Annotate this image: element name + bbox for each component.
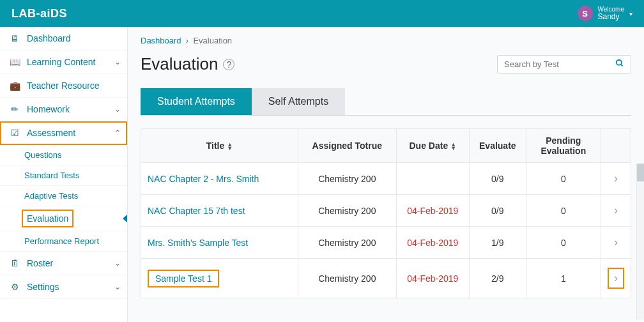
sidebar-item-standard-tests[interactable]: Standard Tests — [0, 165, 127, 186]
chevron-down-icon: ⌄ — [114, 57, 121, 66]
sidebar-item-dashboard[interactable]: 🖥 Dashboard — [0, 27, 127, 50]
username: Sandy — [598, 13, 625, 21]
tab-student-attempts[interactable]: Student Attempts — [141, 88, 252, 115]
gear-icon: ⚙ — [9, 282, 20, 292]
main-content: Dashboard › Evaluation Evaluation ? Stud… — [128, 27, 644, 322]
sidebar-item-assessment[interactable]: ☑ Assessment ⌃ — [0, 121, 127, 145]
evaluation-table: Title▲▼ Assigned Totrue Due Date▲▼ Evalu… — [141, 128, 631, 298]
table-row: Sample Test 1 Chemistry 200 04-Feb-2019 … — [141, 259, 631, 298]
search-box[interactable] — [497, 55, 631, 73]
book-icon: 📖 — [9, 57, 20, 67]
test-link[interactable]: NAC Chapter 2 - Mrs. Smith — [148, 174, 259, 184]
chevron-up-icon: ⌃ — [114, 128, 121, 137]
test-link[interactable]: NAC Chapter 15 7th test — [148, 206, 245, 216]
col-evaluate: Evaluate — [469, 129, 526, 163]
chevron-down-icon: ⌄ — [114, 105, 121, 114]
table-row: NAC Chapter 15 7th test Chemistry 200 04… — [141, 195, 631, 227]
briefcase-icon: 💼 — [9, 80, 20, 91]
tabs: Student Attempts Self Attempts — [141, 88, 631, 116]
breadcrumb: Dashboard › Evaluation — [141, 36, 631, 45]
sidebar-item-adaptive-tests[interactable]: Adaptive Tests — [0, 186, 127, 206]
svg-line-1 — [621, 65, 623, 66]
user-menu[interactable]: S Welcome Sandy ▾ — [578, 6, 633, 21]
active-item-caret-icon — [123, 214, 128, 223]
sidebar-item-homework[interactable]: ✏ Homework ⌄ — [0, 98, 127, 121]
help-icon[interactable]: ? — [223, 59, 234, 70]
sort-icon: ▲▼ — [227, 142, 233, 151]
table-row: Mrs. Smith's Sample Test Chemistry 200 0… — [141, 227, 631, 259]
breadcrumb-root[interactable]: Dashboard — [141, 36, 181, 45]
monitor-icon: 🖥 — [9, 33, 20, 43]
top-header: LAB-aiDS S Welcome Sandy ▾ — [0, 0, 644, 27]
col-due[interactable]: Due Date▲▼ — [396, 129, 469, 163]
sidebar-item-performance-report[interactable]: Performance Report — [0, 231, 127, 252]
tab-self-attempts[interactable]: Self Attempts — [252, 88, 345, 115]
sidebar-item-learning-content[interactable]: 📖 Learning Content ⌄ — [0, 50, 127, 74]
scrollbar[interactable] — [636, 164, 644, 319]
sort-icon: ▲▼ — [450, 142, 456, 151]
search-input[interactable] — [504, 59, 613, 69]
test-link[interactable]: Sample Test 1 — [155, 273, 211, 284]
page-title: Evaluation ? — [141, 54, 234, 74]
chevron-down-icon: ▾ — [629, 10, 632, 17]
col-assigned: Assigned Totrue — [298, 129, 397, 163]
chevron-right-icon[interactable]: › — [614, 272, 618, 284]
avatar: S — [578, 6, 593, 21]
sidebar-item-roster[interactable]: 🗓 Roster ⌄ — [0, 252, 127, 275]
col-title[interactable]: Title▲▼ — [141, 129, 298, 163]
sidebar: 🖥 Dashboard 📖 Learning Content ⌄ 💼 Teach… — [0, 27, 128, 322]
chevron-down-icon: ⌄ — [114, 259, 121, 268]
svg-point-0 — [617, 60, 622, 65]
calendar-icon: 🗓 — [9, 258, 20, 268]
chevron-right-icon[interactable]: › — [614, 236, 618, 249]
chevron-right-icon[interactable]: › — [614, 204, 618, 217]
chevron-down-icon: ⌄ — [114, 282, 121, 291]
sidebar-item-questions[interactable]: Questions — [0, 145, 127, 165]
pencil-icon: ✏ — [9, 104, 20, 114]
welcome-label: Welcome — [598, 6, 625, 13]
sidebar-item-settings[interactable]: ⚙ Settings ⌄ — [0, 275, 127, 299]
table-row: NAC Chapter 2 - Mrs. Smith Chemistry 200… — [141, 163, 631, 195]
check-square-icon: ☑ — [9, 128, 20, 138]
chevron-right-icon[interactable]: › — [614, 172, 618, 185]
test-link[interactable]: Mrs. Smith's Sample Test — [148, 238, 248, 248]
breadcrumb-current: Evaluation — [193, 36, 232, 45]
col-pending: Pending Evaluation — [526, 129, 601, 163]
scrollbar-thumb[interactable] — [637, 164, 644, 181]
brand-logo: LAB-aiDS — [12, 7, 67, 20]
search-icon[interactable] — [615, 59, 624, 70]
sidebar-item-evaluation[interactable]: Evaluation — [0, 206, 127, 231]
sidebar-item-teacher-resource[interactable]: 💼 Teacher Resource — [0, 74, 127, 98]
